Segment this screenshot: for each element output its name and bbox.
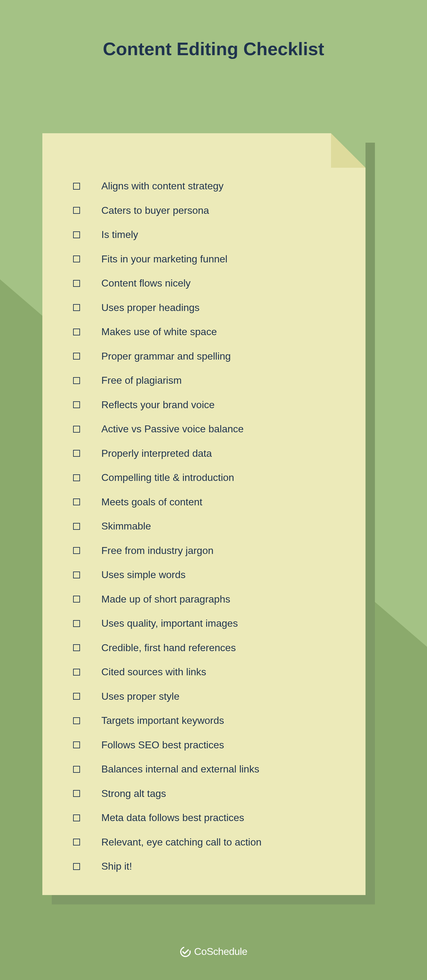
checkbox-icon[interactable] [73, 717, 80, 724]
checkbox-icon[interactable] [73, 838, 80, 845]
checklist-item: Active vs Passive voice balance [73, 417, 347, 441]
checklist-item: Balances internal and external links [73, 757, 347, 781]
checklist-item-label: Fits in your marketing funnel [101, 253, 228, 265]
checklist-item-label: Makes use of white space [101, 326, 217, 338]
checklist-item: Uses proper style [73, 684, 347, 709]
checklist-item-label: Uses proper headings [101, 302, 199, 313]
checkbox-icon[interactable] [73, 596, 80, 603]
checkbox-icon[interactable] [73, 523, 80, 530]
checkbox-icon[interactable] [73, 280, 80, 287]
checklist-item: Relevant, eye catching call to action [73, 830, 347, 854]
svg-point-0 [180, 946, 191, 958]
checklist-item-label: Reflects your brand voice [101, 399, 215, 411]
checklist-item: Meets goals of content [73, 490, 347, 514]
checklist-item: Properly interpreted data [73, 441, 347, 466]
checklist-item: Aligns with content strategy [73, 174, 347, 199]
checklist-item-label: Made up of short paragraphs [101, 593, 230, 605]
checklist-card: Aligns with content strategyCaters to bu… [42, 133, 365, 895]
checklist-item: Uses simple words [73, 563, 347, 587]
checklist-item: Content flows nicely [73, 271, 347, 296]
checklist-item: Targets important keywords [73, 708, 347, 733]
checkbox-icon[interactable] [73, 741, 80, 748]
brand-footer: CoSchedule [0, 946, 427, 958]
checklist-item-label: Balances internal and external links [101, 764, 259, 775]
checklist-item: Meta data follows best practices [73, 806, 347, 830]
checklist-item: Is timely [73, 223, 347, 247]
checklist-item: Fits in your marketing funnel [73, 247, 347, 272]
checklist-item: Strong alt tags [73, 781, 347, 806]
checklist-item-label: Credible, first hand references [101, 642, 236, 654]
checklist-item: Uses quality, important images [73, 611, 347, 636]
checkbox-icon[interactable] [73, 329, 80, 336]
checklist-item-label: Proper grammar and spelling [101, 350, 231, 362]
checklist-item: Caters to buyer persona [73, 199, 347, 223]
checkbox-icon[interactable] [73, 620, 80, 627]
checkbox-icon[interactable] [73, 790, 80, 797]
checklist-item-label: Ship it! [101, 861, 132, 872]
checkbox-icon[interactable] [73, 207, 80, 214]
page-title: Content Editing Checklist [0, 38, 427, 59]
checklist-item-label: Relevant, eye catching call to action [101, 837, 262, 848]
checkbox-icon[interactable] [73, 474, 80, 481]
checklist-item-label: Free of plagiarism [101, 375, 182, 386]
checklist-item-label: Cited sources with links [101, 666, 206, 678]
brand-logo-icon [180, 946, 191, 958]
checklist-item-label: Caters to buyer persona [101, 205, 209, 216]
checklist-item: Ship it! [73, 854, 347, 879]
checklist-item-label: Free from industry jargon [101, 545, 214, 557]
checkbox-icon[interactable] [73, 353, 80, 360]
checklist-item-label: Meta data follows best practices [101, 812, 244, 824]
checklist-item-label: Aligns with content strategy [101, 180, 224, 192]
checkbox-icon[interactable] [73, 450, 80, 457]
checklist-item-label: Skimmable [101, 520, 151, 532]
brand-name: CoSchedule [194, 946, 247, 958]
checklist-items: Aligns with content strategyCaters to bu… [73, 174, 347, 879]
checkbox-icon[interactable] [73, 377, 80, 384]
checkbox-icon[interactable] [73, 669, 80, 676]
checkbox-icon[interactable] [73, 547, 80, 554]
checkbox-icon[interactable] [73, 498, 80, 505]
card-fold-corner [331, 133, 365, 168]
checklist-item-label: Meets goals of content [101, 496, 202, 508]
checklist-item-label: Content flows nicely [101, 277, 191, 289]
checkbox-icon[interactable] [73, 766, 80, 773]
checklist-item: Uses proper headings [73, 296, 347, 320]
checklist-item-label: Targets important keywords [101, 715, 224, 726]
checklist-item-label: Is timely [101, 229, 138, 240]
checkbox-icon[interactable] [73, 863, 80, 870]
checklist-item-label: Follows SEO best practices [101, 739, 224, 751]
checkbox-icon[interactable] [73, 693, 80, 700]
checklist-item-label: Uses quality, important images [101, 617, 238, 629]
checklist-item-label: Compelling title & introduction [101, 472, 234, 484]
checklist-item-label: Uses simple words [101, 569, 186, 581]
checkbox-icon[interactable] [73, 401, 80, 408]
checkbox-icon[interactable] [73, 426, 80, 433]
checkbox-icon[interactable] [73, 304, 80, 311]
checklist-item: Cited sources with links [73, 660, 347, 684]
checkbox-icon[interactable] [73, 231, 80, 238]
checklist-item: Follows SEO best practices [73, 733, 347, 757]
checklist-item: Free from industry jargon [73, 539, 347, 563]
checkbox-icon[interactable] [73, 256, 80, 262]
checklist-item: Free of plagiarism [73, 368, 347, 393]
checklist-item: Compelling title & introduction [73, 466, 347, 490]
checklist-item-label: Strong alt tags [101, 788, 166, 799]
checkbox-icon[interactable] [73, 571, 80, 578]
checklist-item: Credible, first hand references [73, 636, 347, 660]
checklist-item: Proper grammar and spelling [73, 344, 347, 369]
checkbox-icon[interactable] [73, 815, 80, 821]
checklist-item: Made up of short paragraphs [73, 587, 347, 612]
checklist-item-label: Active vs Passive voice balance [101, 423, 244, 435]
checklist-item: Skimmable [73, 514, 347, 539]
checkbox-icon[interactable] [73, 644, 80, 651]
checklist-item-label: Uses proper style [101, 690, 180, 702]
checklist-item-label: Properly interpreted data [101, 448, 212, 459]
checkbox-icon[interactable] [73, 183, 80, 190]
checklist-item: Reflects your brand voice [73, 393, 347, 417]
checklist-item: Makes use of white space [73, 320, 347, 344]
